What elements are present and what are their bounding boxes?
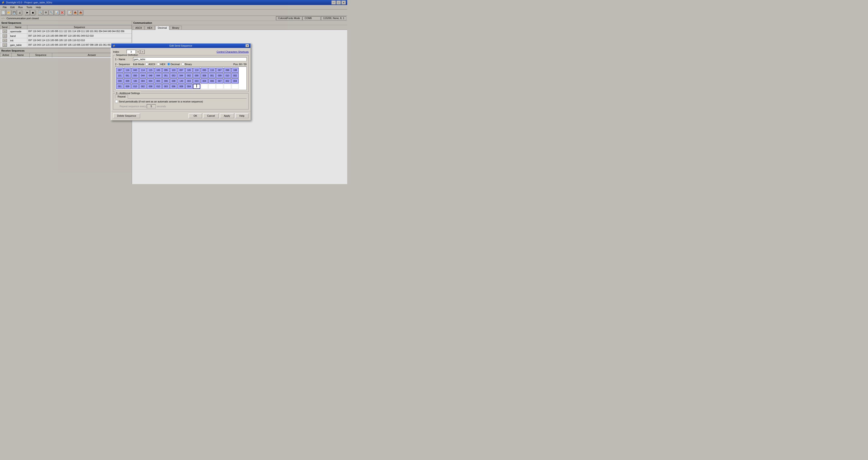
seq-cell-2-4[interactable]: 004: [147, 79, 154, 83]
seq-cell-3-0[interactable]: 001: [116, 84, 123, 89]
sequence-definition-group: Sequence Definition 1 - Name 2 - Sequenc…: [113, 55, 249, 92]
seq-cell-2-2[interactable]: 100: [131, 79, 139, 83]
seq-cell-1-0[interactable]: 101: [116, 73, 123, 78]
seq-cell-2-7[interactable]: 008: [170, 79, 177, 83]
seq-cell-0-9[interactable]: 105: [185, 68, 193, 73]
seq-cell-3-8[interactable]: 008: [178, 84, 185, 89]
seq-cell-3-3[interactable]: 002: [139, 84, 147, 89]
ok-button[interactable]: OK: [188, 113, 202, 118]
seq-cell-1-14[interactable]: 010: [224, 73, 231, 78]
seq-cell-1-8[interactable]: 044: [178, 73, 185, 78]
control-chars-link[interactable]: Control Characters Shortcuts: [217, 51, 249, 53]
seq-cell-1-5[interactable]: 044: [155, 73, 162, 78]
footer-left: Delete Sequence: [113, 113, 140, 118]
seq-cell-2-13[interactable]: 007: [216, 79, 223, 83]
delete-sequence-button[interactable]: Delete Sequence: [113, 113, 140, 118]
seconds-label: seconds: [157, 105, 166, 108]
seq-cell-3-1[interactable]: 009: [124, 84, 131, 89]
seq-grid-row-0: 0971160431141151050951030971051100951160…: [116, 68, 246, 73]
additional-settings-group: 3 - Additional Settings Repeat Send peri…: [113, 93, 249, 110]
periodic-label: Send periodically (if not sent as an aut…: [119, 100, 203, 103]
seq-cell-0-4[interactable]: 115: [147, 68, 154, 73]
seq-label: 2 - Sequence: [115, 63, 133, 65]
nav-prev-button[interactable]: <: [136, 50, 140, 54]
index-input[interactable]: [127, 50, 135, 54]
radio-decimal[interactable]: Decimal: [167, 63, 180, 65]
seq-cell-1-7[interactable]: 053: [170, 73, 177, 78]
seq-cell-0-13[interactable]: 097: [216, 68, 223, 73]
seq-cell-3-11[interactable]: [201, 84, 208, 89]
seq-cell-2-3[interactable]: 004: [139, 79, 147, 83]
seq-cell-2-1[interactable]: 009: [124, 79, 131, 83]
seq-cell-1-6[interactable]: 051: [162, 73, 169, 78]
seq-cell-2-5[interactable]: 003: [155, 79, 162, 83]
seq-cell-3-6[interactable]: 003: [162, 84, 169, 89]
seq-cell-0-10[interactable]: 110: [193, 68, 200, 73]
seq-cell-3-12[interactable]: [209, 84, 216, 89]
repeat-every-label: Repeat sequence every: [120, 105, 146, 108]
seq-cell-0-0[interactable]: 097: [116, 68, 123, 73]
seq-cell-0-12[interactable]: 116: [209, 68, 216, 73]
seq-cell-2-8[interactable]: 149: [178, 79, 185, 83]
seq-cell-0-15[interactable]: 108: [231, 68, 239, 73]
seq-cell-2-9[interactable]: 003: [185, 79, 193, 83]
seq-cell-1-1[interactable]: 061: [124, 73, 131, 78]
seq-cell-3-2[interactable]: 010: [131, 84, 139, 89]
name-label: 1 - Name: [115, 58, 133, 61]
seq-cell-3-15[interactable]: [231, 84, 239, 89]
seq-cell-1-4[interactable]: 048: [147, 73, 154, 78]
seq-cell-1-15[interactable]: 002: [231, 73, 239, 78]
periodic-checkbox[interactable]: [115, 100, 118, 103]
repeat-tab[interactable]: Repeat: [115, 94, 128, 98]
radio-group: ASCII HEX Decimal Binary: [145, 63, 192, 65]
seq-cell-2-6[interactable]: 006: [162, 79, 169, 83]
additional-tab-strip: Repeat: [115, 94, 247, 98]
dialog-title-icon: ⚡: [113, 45, 115, 47]
seq-cell-0-6[interactable]: 095: [162, 68, 169, 73]
seq-cell-1-13[interactable]: 009: [216, 73, 223, 78]
seq-cell-1-12[interactable]: 001: [209, 73, 216, 78]
seq-cell-3-10[interactable]: [193, 84, 200, 89]
seq-cell-0-8[interactable]: 097: [178, 68, 185, 73]
seq-cell-1-11[interactable]: 006: [201, 73, 208, 78]
name-input[interactable]: [133, 57, 247, 61]
seq-cell-1-9[interactable]: 002: [185, 73, 193, 78]
periodic-checkbox-row: Send periodically (if not sent as an aut…: [115, 100, 247, 103]
seq-cell-0-3[interactable]: 114: [139, 68, 147, 73]
sequence-grid[interactable]: 0971160431141151050951030971051100951160…: [115, 66, 247, 90]
seq-cell-3-13[interactable]: [216, 84, 223, 89]
cancel-button[interactable]: Cancel: [203, 113, 219, 118]
seq-cell-0-7[interactable]: 103: [170, 68, 177, 73]
seq-cell-3-14[interactable]: [224, 84, 231, 89]
seq-cell-0-11[interactable]: 095: [201, 68, 208, 73]
seq-cell-1-3[interactable]: 044: [139, 73, 147, 78]
name-field-row: 1 - Name: [115, 57, 247, 61]
seq-cell-0-5[interactable]: 105: [155, 68, 162, 73]
seq-cell-2-14[interactable]: 002: [224, 79, 231, 83]
seq-cell-0-1[interactable]: 116: [124, 68, 131, 73]
seq-cell-3-4[interactable]: 008: [147, 84, 154, 89]
seq-cell-3-7[interactable]: 006: [170, 84, 177, 89]
radio-hex[interactable]: HEX: [157, 63, 165, 65]
apply-button[interactable]: Apply: [220, 113, 234, 118]
seq-def-title: Sequence Definition: [115, 54, 139, 56]
repeat-value-input[interactable]: [147, 104, 156, 108]
seq-cell-1-2[interactable]: 050: [131, 73, 139, 78]
index-row: Index < > Control Characters Shortcuts: [113, 50, 249, 54]
seq-cell-1-10[interactable]: 000: [193, 73, 200, 78]
help-button[interactable]: Help: [235, 113, 249, 118]
dialog-close-button[interactable]: ✕: [246, 44, 249, 47]
seq-cell-3-5[interactable]: 010: [155, 84, 162, 89]
seq-cell-2-10[interactable]: 003: [193, 79, 200, 83]
seq-cell-3-9[interactable]: 004: [185, 84, 193, 89]
radio-ascii[interactable]: ASCII: [145, 63, 155, 65]
seq-cell-0-2[interactable]: 043: [131, 68, 139, 73]
seq-cell-2-15[interactable]: 004: [231, 79, 239, 83]
seq-cell-2-12[interactable]: 006: [209, 79, 216, 83]
nav-next-button[interactable]: >: [141, 50, 145, 54]
seq-cell-0-14[interactable]: 098: [224, 68, 231, 73]
seq-cell-2-11[interactable]: 004: [201, 79, 208, 83]
radio-binary[interactable]: Binary: [182, 63, 192, 65]
edit-mode-label: Edit Mode: [133, 63, 145, 65]
seq-cell-2-0[interactable]: 008: [116, 79, 123, 83]
